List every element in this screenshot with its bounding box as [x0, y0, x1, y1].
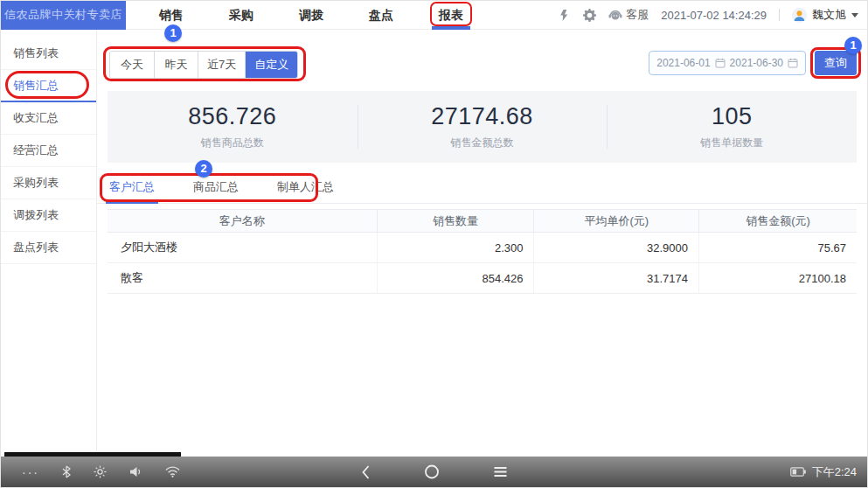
query-button[interactable]: 查询: [815, 51, 857, 75]
user-name: 魏文旭: [812, 7, 846, 23]
customer-name: 散客: [108, 263, 378, 293]
sales-qty: 2.300: [378, 233, 535, 262]
gear-icon[interactable]: [583, 9, 596, 22]
stat-value: 856.726: [188, 103, 276, 130]
sales-qty: 854.426: [378, 263, 535, 293]
table-row[interactable]: 夕阳大酒楼 2.300 32.9000 75.67: [108, 233, 857, 263]
divider: [779, 9, 780, 21]
annotation-badge-1-query: 1: [844, 37, 862, 54]
table-header: 客户名称 销售数量 平均单价(元) 销售金额(元): [108, 209, 857, 233]
battery-icon: [790, 467, 806, 477]
filter-last7days-button[interactable]: 近7天: [198, 52, 245, 78]
user-menu[interactable]: 魏文旭: [792, 7, 858, 23]
recent-apps-icon[interactable]: [493, 466, 507, 478]
annotation-badge-1-filters: 1: [164, 24, 182, 42]
nav-item-transfer[interactable]: 调拨: [299, 1, 323, 30]
customer-name: 夕阳大酒楼: [108, 233, 378, 262]
wifi-icon[interactable]: [165, 466, 180, 478]
android-nav-bar: ···: [1, 457, 867, 487]
stat-label: 销售单据数量: [700, 136, 763, 150]
tab-customer-summary[interactable]: 客户汇总: [109, 172, 155, 204]
filter-today-button[interactable]: 今天: [110, 52, 154, 78]
stat-value: 27174.68: [431, 103, 533, 130]
filter-right: 2021-06-01 2021-06-30 查询 1: [649, 51, 857, 75]
chevron-down-icon: [851, 13, 858, 17]
tab-creator-summary[interactable]: 制单人汇总: [277, 172, 334, 204]
date-start-value: 2021-06-01: [656, 57, 710, 69]
filter-custom-button[interactable]: 自定义: [245, 52, 297, 78]
customer-service-label: 客服: [626, 7, 649, 23]
app-window: 信农品牌中关村专卖店 销售 采购 调拨 盘点 报表 客服: [0, 0, 868, 488]
sidebar-item-operation-summary[interactable]: 经营汇总: [1, 135, 96, 167]
summary-stats-panel: 856.726 销售商品总数 27174.68 销售金额总数 105 销售单据数…: [108, 91, 857, 163]
sidebar-item-sales-summary[interactable]: 销售汇总: [1, 70, 96, 102]
customer-summary-table: 客户名称 销售数量 平均单价(元) 销售金额(元) 夕阳大酒楼 2.300 32…: [108, 209, 857, 294]
more-icon[interactable]: ···: [22, 465, 39, 479]
stat-total-orders: 105 销售单据数量: [607, 91, 857, 163]
filter-yesterday-button[interactable]: 昨天: [154, 52, 198, 78]
nav-bar-system-buttons: [361, 464, 507, 479]
stat-value: 105: [712, 103, 753, 130]
clock-time: 下午2:24: [812, 464, 857, 480]
col-sales-amount: 销售金额(元): [699, 210, 857, 232]
customer-service-button[interactable]: 客服: [608, 7, 649, 23]
sync-icon[interactable]: [558, 9, 571, 22]
filter-row: 今天 昨天 近7天 自定义 1 2021-06-01 2021-06-30: [97, 30, 867, 84]
annotation-badge-2-tabs: 2: [195, 160, 212, 178]
home-icon[interactable]: [424, 464, 439, 479]
date-end-value: 2021-06-30: [730, 57, 783, 69]
nav-bar-quick-icons: ···: [1, 465, 180, 479]
calendar-icon: [788, 58, 798, 68]
nav-item-reports[interactable]: 报表: [439, 1, 463, 30]
stat-total-amount: 27174.68 销售金额总数: [358, 91, 608, 163]
col-avg-price: 平均单价(元): [534, 210, 699, 232]
nav-bar-status: 下午2:24: [790, 464, 867, 480]
date-range-picker[interactable]: 2021-06-01 2021-06-30: [649, 51, 806, 75]
stat-label: 销售商品总数: [201, 136, 264, 150]
stat-total-goods: 856.726 销售商品总数: [108, 91, 358, 163]
stat-label: 销售金额总数: [451, 136, 514, 150]
avg-price: 31.7174: [534, 263, 699, 293]
sidebar-item-income-expense-summary[interactable]: 收支汇总: [1, 102, 96, 135]
sidebar: 销售列表 销售汇总 收支汇总 经营汇总 采购列表 调拨列表 盘点列表: [1, 30, 97, 457]
headset-icon: [608, 9, 622, 21]
top-bar-right: 客服 2021-07-02 14:24:29 魏文旭: [558, 7, 867, 23]
sales-amount: 27100.18: [699, 263, 857, 293]
avg-price: 32.9000: [534, 233, 699, 262]
table-row[interactable]: 散客 854.426 31.7174 27100.18: [108, 263, 857, 294]
date-quick-filter-group: 今天 昨天 近7天 自定义: [109, 51, 298, 79]
summary-tabs: 客户汇总 商品汇总 制单人汇总 2: [97, 172, 867, 204]
top-bar: 信农品牌中关村专卖店 销售 采购 调拨 盘点 报表 客服: [1, 1, 867, 30]
back-icon[interactable]: [361, 465, 370, 479]
avatar: [792, 8, 807, 23]
col-sales-qty: 销售数量: [378, 210, 535, 232]
sidebar-item-purchase-list[interactable]: 采购列表: [1, 167, 96, 199]
nav-item-inventory[interactable]: 盘点: [369, 1, 393, 30]
main-nav: 销售 采购 调拨 盘点 报表: [159, 1, 463, 30]
store-name-badge: 信农品牌中关村专卖店: [1, 1, 126, 30]
active-tab-underline: [432, 26, 470, 30]
col-customer-name: 客户名称: [108, 210, 378, 232]
bluetooth-icon[interactable]: [62, 465, 71, 478]
brightness-icon[interactable]: [94, 465, 107, 478]
calendar-icon: [715, 58, 726, 68]
volume-icon[interactable]: [129, 466, 142, 478]
sales-amount: 75.67: [699, 233, 857, 262]
main-content: 今天 昨天 近7天 自定义 1 2021-06-01 2021-06-30: [97, 30, 867, 457]
sidebar-item-sales-list[interactable]: 销售列表: [1, 38, 96, 70]
query-button-wrap: 查询 1: [815, 51, 857, 75]
system-datetime: 2021-07-02 14:24:29: [661, 9, 767, 22]
sidebar-item-transfer-list[interactable]: 调拨列表: [1, 199, 96, 232]
sidebar-item-inventory-list[interactable]: 盘点列表: [1, 232, 96, 264]
nav-item-purchase[interactable]: 采购: [229, 1, 253, 30]
